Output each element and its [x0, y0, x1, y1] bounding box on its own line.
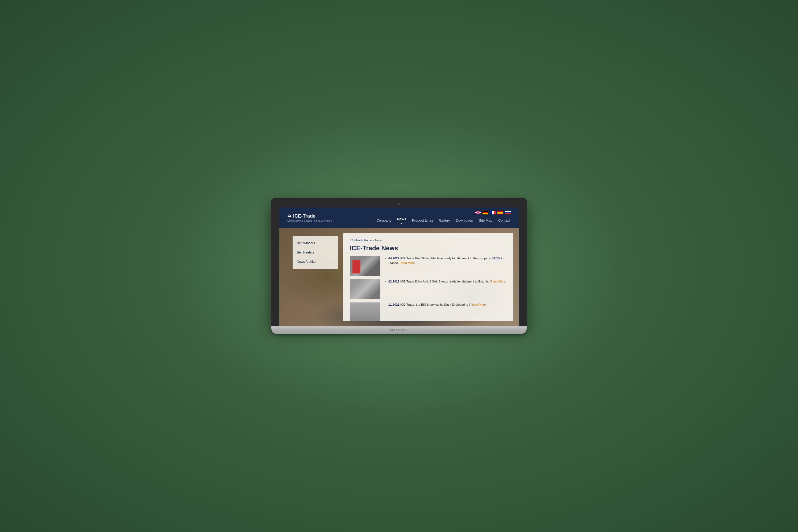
thumb-img-3 — [350, 302, 380, 321]
news-body-1: ICE-Trade Belt Slitting Machine ready fo… — [400, 257, 492, 260]
main-content: ICE-Trade Home > News ICE-Trade News — [343, 233, 513, 321]
flag-fr[interactable] — [490, 211, 496, 214]
news-item-1: 04.2022 ICE-Trade Belt Slitting Machine … — [350, 256, 507, 276]
logo-area: ⛰ ICE-Trade Going Above & Beyond ! Since… — [287, 213, 332, 222]
laptop-base: MacBook — [271, 326, 527, 334]
flag-de[interactable] — [482, 211, 488, 214]
news-body-3: ICE-Trade, the BIG interview by Easy Eng… — [400, 303, 471, 306]
nav-product-lines[interactable]: Product Lines — [412, 217, 434, 224]
nav-company[interactable]: Company — [376, 217, 392, 224]
laptop-screen: ⛰ ICE-Trade Going Above & Beyond ! Since… — [279, 208, 519, 326]
sidebar: Belt Winders Belt Reelers News Archive — [292, 236, 338, 269]
header-right: Company News ▲ Product Lines Gallery Dow… — [376, 211, 511, 225]
read-more-2[interactable]: Read More — [490, 280, 506, 283]
news-text-3: 11.2021 ICE-Trade, the BIG interview by … — [385, 302, 507, 307]
flags-row — [475, 211, 511, 214]
camera — [398, 203, 400, 205]
screen-bezel: ⛰ ICE-Trade Going Above & Beyond ! Since… — [271, 198, 527, 326]
stcm-link[interactable]: STCM — [492, 257, 500, 260]
read-more-1[interactable]: Read More — [400, 261, 415, 264]
mountain-icon: ⛰ — [287, 214, 291, 218]
news-date-1: 04.2022 — [388, 257, 400, 260]
nav-sitemap[interactable]: Site Map — [478, 217, 493, 224]
news-thumb-1 — [350, 256, 380, 276]
sidebar-item-belt-winders[interactable]: Belt Winders — [292, 239, 338, 248]
read-more-3[interactable]: Read More — [471, 303, 486, 306]
news-text-2: 02.2022 ICE-Trade Drive Unit & Belt Stan… — [385, 279, 507, 284]
sidebar-item-news-archive[interactable]: News Archive — [292, 257, 338, 266]
breadcrumb-current: News — [375, 239, 382, 242]
news-date-3: 11.2021 — [388, 303, 400, 306]
news-thumb-2 — [350, 279, 380, 299]
news-item-2: 02.2022 ICE-Trade Drive Unit & Belt Stan… — [350, 279, 507, 299]
flag-es[interactable] — [497, 211, 503, 214]
breadcrumb-home[interactable]: ICE-Trade Home — [350, 239, 372, 242]
nav-downloads[interactable]: Downloads — [455, 217, 474, 224]
site-header: ⛰ ICE-Trade Going Above & Beyond ! Since… — [279, 208, 519, 228]
breadcrumb: ICE-Trade Home > News — [350, 239, 507, 242]
logo-tagline: Going Above & Beyond ! Since 20 Years !! — [287, 220, 332, 222]
nav-gallery[interactable]: Gallery — [438, 217, 450, 224]
nav-arrow: ▲ — [400, 222, 403, 225]
news-list: 04.2022 ICE-Trade Belt Slitting Machine … — [350, 256, 507, 321]
thumb-img-2 — [350, 279, 380, 299]
thumb-img-1 — [350, 256, 380, 276]
nav-news-wrapper: News ▲ — [397, 216, 407, 225]
nav-contact[interactable]: Contact — [498, 217, 511, 224]
main-nav: Company News ▲ Product Lines Gallery Dow… — [376, 216, 511, 225]
nav-news[interactable]: News — [397, 216, 407, 222]
hero-area: Belt Winders Belt Reelers News Archive I… — [279, 228, 519, 326]
news-item-3: 11.2021 ICE-Trade, the BIG interview by … — [350, 302, 507, 321]
flag-ru[interactable] — [505, 211, 511, 214]
news-text-1: 04.2022 ICE-Trade Belt Slitting Machine … — [385, 256, 507, 265]
news-date-2: 02.2022 — [388, 280, 400, 283]
flag-uk[interactable] — [475, 211, 481, 214]
logo-title: ⛰ ICE-Trade — [287, 213, 332, 219]
laptop-container: ⛰ ICE-Trade Going Above & Beyond ! Since… — [271, 198, 527, 334]
laptop-brand-label: MacBook — [390, 328, 408, 332]
breadcrumb-separator: > — [372, 239, 375, 242]
page-title: ICE-Trade News — [350, 244, 507, 252]
sidebar-item-belt-reelers[interactable]: Belt Reelers — [292, 248, 338, 257]
news-thumb-3 — [350, 302, 380, 321]
news-body-2: ICE-Trade Drive Unit & Belt Stands ready… — [400, 280, 490, 283]
